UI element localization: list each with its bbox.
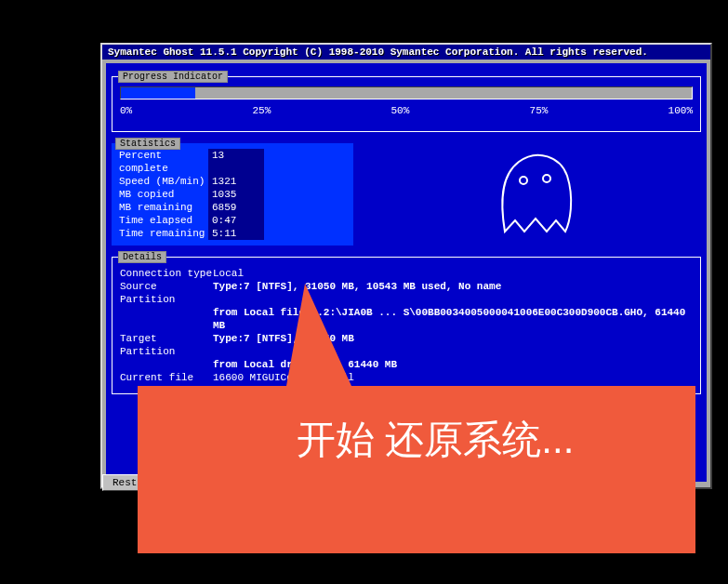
progress-ticks: 0% 25% 50% 75% 100%: [120, 105, 693, 116]
stat-val: 13: [208, 149, 264, 175]
stat-percent-complete: Percent complete 13: [119, 149, 346, 175]
detail-val: 16600 MIGUIControls.dll: [213, 371, 693, 384]
stat-key: Percent complete: [119, 149, 208, 175]
statistics-group: Statistics Percent complete 13 Speed (MB…: [112, 143, 353, 246]
statistics-label: Statistics: [115, 138, 180, 150]
stat-speed: Speed (MB/min) 1321: [119, 175, 346, 188]
stat-key: MB copied: [119, 188, 208, 201]
svg-point-0: [520, 177, 527, 184]
titlebar: Symantec Ghost 11.5.1 Copyright (C) 1998…: [102, 45, 710, 60]
progress-fill: [121, 87, 195, 99]
stats-row: Statistics Percent complete 13 Speed (MB…: [112, 143, 701, 246]
detail-source-partition: Source Partition Type:7 [NTFS], 31050 MB…: [120, 280, 693, 306]
stat-val: 5:11: [208, 227, 264, 240]
stat-val: 6859: [208, 201, 264, 214]
progress-label: Progress Indicator: [118, 71, 228, 83]
stat-key: Time elapsed: [119, 214, 208, 227]
progress-bar: [120, 86, 693, 100]
details-label: Details: [118, 251, 166, 263]
detail-key: Connection type: [120, 267, 213, 280]
stat-val: 1321: [208, 175, 264, 188]
tick-50: 50%: [390, 105, 409, 116]
detail-key: Target Partition: [120, 332, 213, 358]
stat-key: MB remaining: [119, 201, 208, 214]
bottom-button-bar: Restore: [102, 474, 165, 491]
stat-time-elapsed: Time elapsed 0:47: [119, 214, 346, 227]
detail-val: Type:7 [NTFS], 31050 MB, 10543 MB used, …: [213, 280, 693, 306]
detail-key: Source Partition: [120, 280, 213, 306]
detail-current-file: Current file 16600 MIGUIControls.dll: [120, 371, 693, 384]
detail-val: Local: [213, 267, 693, 280]
tick-0: 0%: [120, 105, 132, 116]
detail-key: Current file: [120, 371, 213, 384]
window-body: Progress Indicator 0% 25% 50% 75% 100% S…: [106, 63, 707, 482]
ghost-logo-area: [364, 143, 701, 246]
progress-indicator-group: Progress Indicator 0% 25% 50% 75% 100%: [112, 76, 701, 132]
stat-key: Speed (MB/min): [119, 175, 208, 188]
tick-75: 75%: [530, 105, 549, 116]
details-group: Details Connection type Local Source Par…: [112, 257, 701, 394]
detail-target-partition: Target Partition Type:7 [NTFS], 32050 MB: [120, 332, 693, 358]
tick-25: 25%: [252, 105, 271, 116]
stat-time-remaining: Time remaining 5:11: [119, 227, 346, 240]
ghost-icon: [482, 148, 584, 241]
detail-val: Type:7 [NTFS], 32050 MB: [213, 332, 693, 358]
stat-val: 1035: [208, 188, 264, 201]
detail-source-sub: from Local file 1.2:\JIA0B ... S\00BB003…: [213, 306, 693, 332]
detail-target-sub: from Local drive [1], 61440 MB: [213, 358, 693, 371]
detail-connection-type: Connection type Local: [120, 267, 693, 280]
stat-mb-remaining: MB remaining 6859: [119, 201, 346, 214]
restore-button[interactable]: Restore: [102, 474, 165, 491]
ghost-window: Symantec Ghost 11.5.1 Copyright (C) 1998…: [100, 43, 712, 489]
tick-100: 100%: [668, 105, 693, 116]
svg-point-1: [543, 175, 550, 182]
stat-key: Time remaining: [119, 227, 208, 240]
stat-mb-copied: MB copied 1035: [119, 188, 346, 201]
stat-val: 0:47: [208, 214, 264, 227]
